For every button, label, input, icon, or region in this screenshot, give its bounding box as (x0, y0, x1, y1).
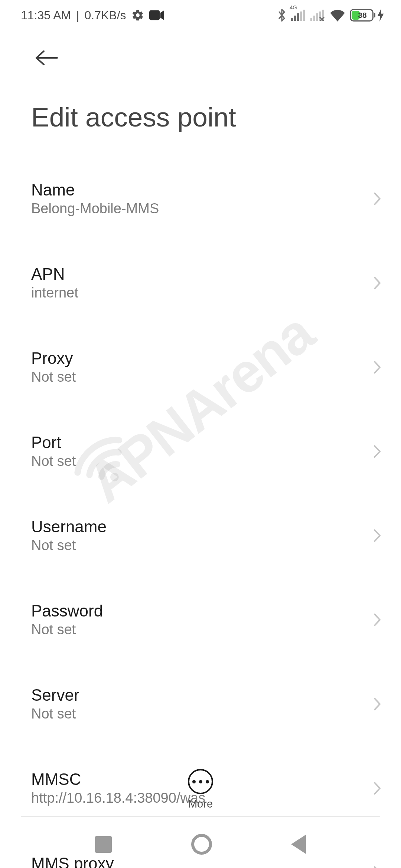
nav-back-button[interactable] (291, 835, 306, 854)
settings-row-proxy[interactable]: ProxyNot set (0, 335, 401, 399)
chevron-right-icon (373, 191, 382, 206)
settings-row-texts: APNinternet (31, 265, 78, 301)
dot-icon (192, 780, 196, 783)
settings-value: Not set (31, 706, 79, 722)
settings-row-server[interactable]: ServerNot set (0, 672, 401, 736)
status-right: 4G 38 (277, 8, 384, 22)
settings-value: Not set (31, 369, 76, 385)
settings-list: NameBelong-Mobile-MMSAPNinternetProxyNot… (0, 132, 401, 868)
videocam-icon (149, 10, 164, 21)
battery-percent: 38 (358, 11, 367, 19)
status-bar: 11:35 AM | 0.7KB/s 4G 38 (0, 0, 401, 22)
settings-label: APN (31, 265, 78, 283)
settings-label: Name (31, 181, 159, 199)
settings-row-username[interactable]: UsernameNot set (0, 503, 401, 568)
status-net-speed: 0.7KB/s (85, 9, 126, 22)
settings-label: Password (31, 602, 103, 620)
back-button[interactable] (31, 46, 62, 71)
cell-network-2 (310, 10, 325, 21)
chevron-right-icon (373, 444, 382, 459)
settings-row-texts: PasswordNot set (31, 602, 103, 638)
settings-row-texts: NameBelong-Mobile-MMS (31, 181, 159, 217)
settings-row-texts: ServerNot set (31, 686, 79, 722)
svg-rect-5 (300, 11, 302, 21)
chevron-right-icon (373, 697, 382, 711)
battery-indicator: 38 (350, 9, 384, 22)
settings-label: Port (31, 433, 76, 452)
more-button[interactable] (188, 769, 213, 794)
settings-value: Not set (31, 453, 76, 469)
chevron-right-icon (373, 360, 382, 375)
footer-more: More (0, 769, 401, 810)
chevron-right-icon (373, 528, 382, 543)
dot-icon (199, 780, 202, 783)
charging-bolt-icon (377, 9, 384, 22)
settings-row-name[interactable]: NameBelong-Mobile-MMS (0, 167, 401, 231)
settings-value: internet (31, 285, 78, 301)
nav-recents-button[interactable] (95, 836, 112, 853)
settings-value: Not set (31, 622, 103, 638)
settings-label: Username (31, 517, 107, 536)
gear-icon (131, 9, 144, 22)
chevron-right-icon (373, 612, 382, 627)
chevron-right-icon (373, 276, 382, 290)
status-left: 11:35 AM | 0.7KB/s (21, 9, 164, 22)
settings-row-port[interactable]: PortNot set (0, 419, 401, 483)
settings-label: Proxy (31, 349, 76, 368)
status-separator: | (76, 9, 79, 22)
nav-home-button[interactable] (191, 834, 212, 855)
status-time: 11:35 AM (21, 9, 71, 22)
svg-rect-9 (316, 13, 318, 21)
svg-rect-8 (313, 16, 315, 21)
svg-rect-3 (294, 16, 296, 21)
dot-icon (206, 780, 209, 783)
wifi-icon (330, 9, 345, 22)
svg-rect-10 (319, 11, 321, 21)
bluetooth-icon (277, 8, 287, 22)
svg-rect-2 (291, 18, 293, 21)
svg-rect-13 (374, 13, 375, 17)
settings-value: Belong-Mobile-MMS (31, 201, 159, 217)
settings-label: Server (31, 686, 79, 704)
settings-row-apn[interactable]: APNinternet (0, 251, 401, 315)
more-label: More (188, 798, 213, 810)
settings-row-texts: UsernameNot set (31, 517, 107, 553)
svg-rect-4 (297, 13, 299, 21)
settings-row-password[interactable]: PasswordNot set (0, 588, 401, 652)
divider (21, 816, 380, 817)
arrow-left-icon (35, 50, 59, 66)
svg-rect-7 (310, 18, 312, 21)
settings-row-texts: PortNot set (31, 433, 76, 469)
system-nav-bar (0, 821, 401, 868)
svg-rect-1 (149, 10, 160, 20)
settings-row-texts: ProxyNot set (31, 349, 76, 385)
net-type-label: 4G (290, 4, 297, 10)
page-title: Edit access point (0, 71, 401, 132)
cell-network: 4G (291, 10, 306, 21)
svg-rect-6 (303, 10, 305, 21)
settings-value: Not set (31, 537, 107, 553)
